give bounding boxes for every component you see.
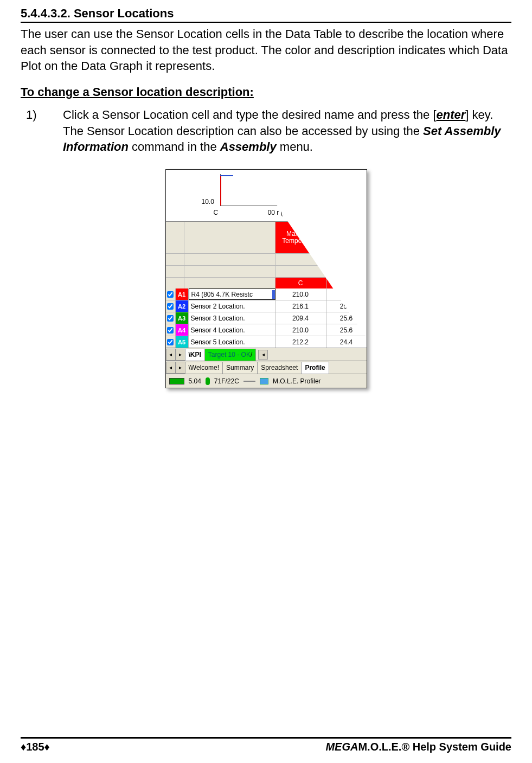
temp-value: 71F/22C bbox=[214, 377, 239, 385]
sensor-row: A3Sensor 3 Location.209.425.6 bbox=[166, 312, 367, 324]
graph-y-tick: 10.0 bbox=[202, 198, 214, 206]
step-number: 1) bbox=[44, 107, 63, 123]
header-row: MaximumTemperature bbox=[166, 222, 367, 253]
device-icon bbox=[260, 378, 268, 384]
page-number: 185 bbox=[26, 741, 44, 753]
sensor-value-c1: 209.4 bbox=[275, 312, 326, 324]
section-title-text: Sensor Locations bbox=[74, 7, 174, 20]
sensor-value-c2: 25.6 bbox=[326, 312, 367, 324]
sensor-row: A1R4 (805 4.7K Resistc210.025 bbox=[166, 288, 367, 300]
sensor-value-c2: 25 bbox=[326, 288, 367, 300]
battery-value: 5.04 bbox=[189, 377, 201, 385]
mini-graph: 10.0 C 00 r (Rela bbox=[166, 170, 367, 222]
sensor-value-c2: 25.0 bbox=[326, 300, 367, 312]
enter-key: enter bbox=[437, 108, 466, 121]
sensor-value-c1: 210.0 bbox=[275, 288, 326, 300]
sensor-value-c2: 25.6 bbox=[326, 324, 367, 336]
step-1: 1)Click a Sensor Location cell and type … bbox=[44, 107, 511, 155]
unit-c1: C bbox=[275, 278, 326, 288]
hscroll-left[interactable]: ◂ bbox=[258, 350, 268, 360]
sensor-location-cell[interactable]: Sensor 3 Location. bbox=[189, 312, 275, 324]
footer-diamond-right: ♦ bbox=[44, 741, 50, 753]
sensor-badge: A4 bbox=[176, 324, 189, 336]
section-heading: 5.4.4.3.2. Sensor Locations bbox=[21, 7, 511, 23]
sensor-badge: A1 bbox=[176, 288, 189, 300]
device-name: M.O.L.E. Profiler bbox=[273, 377, 321, 385]
procedure-title: To change a Sensor location description: bbox=[21, 85, 511, 99]
sensor-value-c1: 216.1 bbox=[275, 300, 326, 312]
sensor-location-cell[interactable]: Sensor 2 Location. bbox=[189, 300, 275, 312]
statusbar: 5.04 71F/22C M.O.L.E. Profiler bbox=[166, 374, 367, 388]
sensor-value-c2: 24.4 bbox=[326, 336, 367, 348]
sensor-row: A2Sensor 2 Location.216.125.0 bbox=[166, 300, 367, 312]
tab-spreadsheet[interactable]: Spreadsheet bbox=[257, 362, 302, 374]
upper-tabstrip: ◂ ▸ \KPI Target 10 - OK / ◂ bbox=[166, 348, 367, 361]
graph-y-unit: C bbox=[214, 209, 219, 216]
step-text-4: menu. bbox=[277, 140, 313, 153]
sensor-row: A5Sensor 5 Location.212.224.4 bbox=[166, 336, 367, 348]
intro-paragraph: The user can use the Sensor Location cel… bbox=[21, 26, 511, 74]
section-number: 5.4.4.3.2. bbox=[21, 7, 70, 20]
sensor-badge: A3 bbox=[176, 312, 189, 324]
sensor-badge: A2 bbox=[176, 300, 189, 312]
sensor-location-cell[interactable]: Sensor 5 Location. bbox=[189, 336, 275, 348]
footer-diamond-left: ♦ bbox=[21, 741, 26, 753]
footer-brand: MEGA bbox=[325, 741, 358, 753]
step-text-1: Click a Sensor Location cell and type th… bbox=[63, 108, 437, 121]
footer-title: M.O.L.E.® Help System Guide bbox=[358, 741, 511, 753]
tab-kpi[interactable]: \KPI bbox=[185, 349, 205, 361]
column-header-max-temp: MaximumTemperature bbox=[282, 230, 318, 245]
graph-x-label: 00 r (Rela bbox=[268, 209, 297, 216]
screenshot-figure: 10.0 C 00 r (Rela MaximumTemperature C C… bbox=[165, 169, 367, 388]
step-text-3: command in the bbox=[129, 140, 220, 153]
sensor-checkbox[interactable] bbox=[166, 288, 176, 300]
menu-name: Assembly bbox=[220, 140, 277, 153]
sensor-checkbox[interactable] bbox=[166, 324, 176, 336]
tab-target[interactable]: Target 10 - OK / bbox=[204, 349, 256, 361]
sensor-row: A4Sensor 4 Location.210.025.6 bbox=[166, 324, 367, 336]
tab-welcome[interactable]: \ Welcome! bbox=[185, 362, 223, 374]
sensor-location-cell[interactable]: Sensor 4 Location. bbox=[189, 324, 275, 336]
tab-summary[interactable]: Summary bbox=[222, 362, 258, 374]
lower-tabstrip: ◂ ▸ \ Welcome! Summary Spreadsheet Profi… bbox=[166, 361, 367, 374]
tab-nav-next[interactable]: ▸ bbox=[176, 349, 185, 361]
thermometer-icon bbox=[206, 377, 210, 385]
sensor-checkbox[interactable] bbox=[166, 336, 176, 348]
sensor-checkbox[interactable] bbox=[166, 300, 176, 312]
tab-profile[interactable]: Profile bbox=[301, 362, 329, 374]
unit-row: C C bbox=[166, 277, 367, 288]
sensor-value-c1: 212.2 bbox=[275, 336, 326, 348]
battery-icon bbox=[169, 378, 184, 384]
sensor-checkbox[interactable] bbox=[166, 312, 176, 324]
unit-c2: C bbox=[326, 278, 367, 288]
page-footer: ♦185♦ MEGAM.O.L.E.® Help System Guide bbox=[21, 737, 511, 753]
sensor-badge: A5 bbox=[176, 336, 189, 348]
tab2-nav-next[interactable]: ▸ bbox=[176, 362, 185, 374]
tab2-nav-first[interactable]: ◂ bbox=[166, 362, 176, 374]
sensor-location-cell[interactable]: R4 (805 4.7K Resistc bbox=[189, 288, 275, 300]
sensor-value-c1: 210.0 bbox=[275, 324, 326, 336]
tab-nav-first[interactable]: ◂ bbox=[166, 349, 176, 361]
